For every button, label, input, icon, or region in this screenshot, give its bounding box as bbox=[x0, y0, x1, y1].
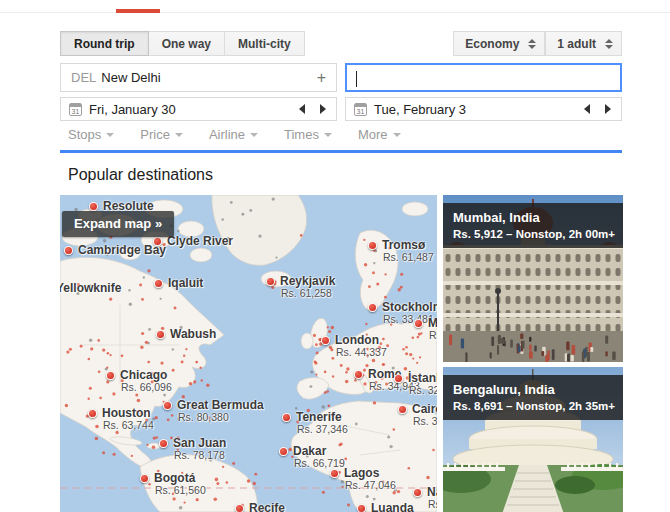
origin-city: New Delhi bbox=[101, 70, 160, 85]
filter-more[interactable]: More bbox=[358, 127, 401, 142]
marker-city-label: Yellowknife bbox=[60, 281, 121, 295]
destination-cards: Mumbai, India Rs. 5,912 – Nonstop, 2h 00… bbox=[443, 195, 623, 512]
marker-dot-icon[interactable] bbox=[330, 469, 339, 478]
return-date-prev-icon[interactable] bbox=[584, 104, 590, 114]
chevron-down-icon bbox=[393, 133, 401, 137]
marker-city-label: Cambridge Bay bbox=[78, 243, 166, 257]
trip-type-selector: Round tripOne wayMulti-city bbox=[60, 31, 305, 56]
marker-price-label: Rs. bbox=[429, 329, 437, 341]
marker-dot-icon[interactable] bbox=[357, 504, 366, 512]
add-origin-button[interactable]: + bbox=[317, 70, 326, 86]
marker-dot-icon[interactable] bbox=[140, 474, 149, 483]
departure-date-value: Fri, January 30 bbox=[89, 102, 176, 117]
marker-dot-icon[interactable] bbox=[368, 241, 377, 250]
marker-price-label: Rs. 47,046 bbox=[345, 479, 396, 491]
filter-times[interactable]: Times bbox=[284, 127, 332, 142]
expand-map-button[interactable]: Expand map » bbox=[62, 211, 174, 237]
departure-date-next-icon[interactable] bbox=[320, 104, 326, 114]
marker-city-label: Luanda bbox=[371, 501, 414, 512]
marker-dot-icon[interactable] bbox=[279, 447, 288, 456]
marker-dot-icon[interactable] bbox=[163, 401, 172, 410]
destination-card-bengaluru[interactable]: Bengaluru, India Rs. 8,691 – Nonstop, 2h… bbox=[443, 367, 623, 512]
marker-price-label: Rs. bbox=[428, 498, 437, 510]
marker-city-label: Recife bbox=[249, 501, 285, 512]
marker-city-label: Houston bbox=[102, 406, 151, 420]
marker-dot-icon[interactable] bbox=[282, 413, 291, 422]
marker-price-label: Rs. 61,560 bbox=[155, 484, 206, 496]
marker-dot-icon[interactable] bbox=[235, 504, 244, 512]
marker-city-label: Cairo bbox=[412, 402, 437, 416]
economy-selector[interactable]: Economy bbox=[453, 31, 545, 56]
marker-dot-icon[interactable] bbox=[106, 371, 115, 380]
marker-price-label: Rs. 39, bbox=[413, 415, 437, 427]
marker-dot-icon[interactable] bbox=[266, 277, 275, 286]
marker-dot-icon[interactable] bbox=[154, 279, 163, 288]
destination-field[interactable] bbox=[345, 63, 622, 92]
active-tab-indicator bbox=[116, 9, 160, 13]
cabin-passenger-selector: Economy1 adult bbox=[453, 31, 622, 56]
marker-price-label: Rs. 80,380 bbox=[178, 411, 229, 423]
card-title: Mumbai, India bbox=[453, 209, 615, 227]
marker-dot-icon[interactable] bbox=[413, 488, 422, 497]
text-caret bbox=[356, 71, 357, 87]
marker-city-label: Tromsø bbox=[382, 238, 425, 252]
1-adult-selector[interactable]: 1 adult bbox=[545, 31, 622, 56]
origin-field[interactable]: DEL New Delhi + bbox=[60, 63, 337, 92]
trip-type-one-way[interactable]: One way bbox=[148, 31, 225, 56]
marker-city-label: Clyde River bbox=[167, 234, 233, 248]
return-date-field[interactable]: 31 Tue, February 3 bbox=[345, 97, 622, 121]
marker-city-label: Great Bermuda bbox=[177, 398, 264, 412]
destination-input[interactable] bbox=[355, 65, 612, 90]
filter-price[interactable]: Price bbox=[140, 127, 183, 142]
marker-city-label: Chicago bbox=[120, 368, 167, 382]
marker-city-label: London bbox=[335, 333, 379, 347]
marker-city-label: Lagos bbox=[344, 466, 379, 480]
card-label: Mumbai, India Rs. 5,912 – Nonstop, 2h 00… bbox=[443, 203, 623, 248]
filter-stops[interactable]: Stops bbox=[68, 127, 114, 142]
marker-dot-icon[interactable] bbox=[321, 336, 330, 345]
marker-dot-icon[interactable] bbox=[354, 370, 363, 379]
departure-date-field[interactable]: 31 Fri, January 30 bbox=[60, 97, 337, 121]
destination-card-mumbai[interactable]: Mumbai, India Rs. 5,912 – Nonstop, 2h 00… bbox=[443, 195, 623, 362]
marker-price-label: Rs. 63,744 bbox=[103, 419, 154, 431]
stepper-arrows-icon[interactable] bbox=[528, 39, 536, 49]
chevron-down-icon bbox=[324, 133, 332, 137]
marker-city-label: İstanbul bbox=[408, 371, 437, 385]
marker-dot-icon[interactable] bbox=[159, 439, 168, 448]
marker-dot-icon[interactable] bbox=[398, 405, 407, 414]
marker-city-label: Bogotá bbox=[154, 471, 195, 485]
marker-dot-icon[interactable] bbox=[156, 330, 165, 339]
calendar-icon: 31 bbox=[69, 103, 82, 116]
marker-price-label: Rs. 66,096 bbox=[121, 381, 172, 393]
origin-airport-code: DEL bbox=[71, 70, 96, 85]
trip-type-round-trip[interactable]: Round trip bbox=[60, 31, 149, 56]
stepper-arrows-icon[interactable] bbox=[605, 39, 613, 49]
marker-price-label: Rs. 32,68 bbox=[409, 384, 437, 396]
return-date-value: Tue, February 3 bbox=[374, 102, 466, 117]
return-date-next-icon[interactable] bbox=[605, 104, 611, 114]
marker-city-label: Nairobi bbox=[427, 485, 437, 499]
card-label: Bengaluru, India Rs. 8,691 – Nonstop, 2h… bbox=[443, 375, 623, 420]
marker-dot-icon[interactable] bbox=[414, 319, 423, 328]
marker-city-label: Moscow bbox=[428, 316, 437, 330]
marker-dot-icon[interactable] bbox=[64, 246, 73, 255]
marker-city-label: Reykjavik bbox=[280, 274, 335, 288]
marker-city-label: San Juan bbox=[173, 436, 226, 450]
marker-city-label: Iqaluit bbox=[168, 276, 203, 290]
marker-city-label: Dakar bbox=[293, 444, 326, 458]
marker-price-label: Rs. 61,258 bbox=[281, 287, 332, 299]
filter-bar: StopsPriceAirlineTimesMore bbox=[68, 127, 401, 142]
marker-dot-icon[interactable] bbox=[368, 303, 377, 312]
departure-date-prev-icon[interactable] bbox=[299, 104, 305, 114]
marker-price-label: Rs. 33,481 bbox=[383, 313, 434, 325]
calendar-icon: 31 bbox=[354, 103, 367, 116]
filter-airline[interactable]: Airline bbox=[209, 127, 258, 142]
marker-city-label: Stockholm bbox=[382, 300, 437, 314]
marker-dot-icon[interactable] bbox=[88, 409, 97, 418]
search-controls-row: Round tripOne wayMulti-city Economy1 adu… bbox=[60, 31, 622, 56]
chevron-down-icon bbox=[106, 133, 114, 137]
marker-dot-icon[interactable] bbox=[89, 202, 98, 211]
trip-type-multi-city[interactable]: Multi-city bbox=[224, 31, 305, 56]
destinations-map[interactable]: Expand map » ResoluteClyde RiverCambridg… bbox=[60, 195, 437, 512]
marker-dot-icon[interactable] bbox=[394, 374, 403, 383]
